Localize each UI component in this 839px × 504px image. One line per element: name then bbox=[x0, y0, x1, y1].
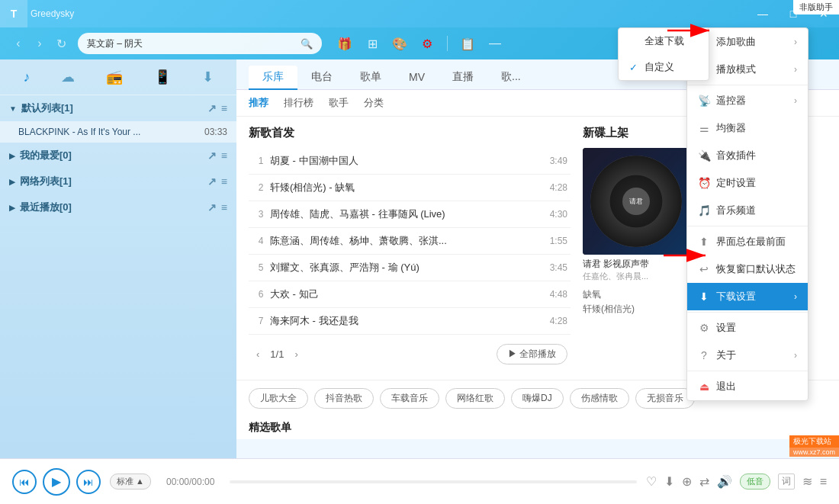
export-icon[interactable]: ↗ bbox=[207, 149, 217, 162]
tab-live[interactable]: 直播 bbox=[439, 66, 487, 90]
next-track-button[interactable]: ⏭ bbox=[76, 470, 101, 494]
menu-item-restore[interactable]: ↩ 恢复窗口默认状态 bbox=[687, 255, 808, 283]
minus-icon[interactable]: — bbox=[484, 33, 506, 54]
sidebar-download-icon[interactable]: ⬇ bbox=[196, 66, 220, 88]
menu-item-download-settings[interactable]: ⬇ 下载设置 › bbox=[687, 283, 808, 310]
section-default-header[interactable]: ▼ 默认列表[1] ↗ ≡ bbox=[0, 95, 236, 121]
menu-item-about[interactable]: ? 关于 › bbox=[687, 342, 808, 369]
list-item[interactable]: 7 海来阿木 - 我还是我 4:28 bbox=[249, 308, 571, 335]
list-item[interactable]: 4 陈意涵、周传雄、杨坤、萧敬腾、张淇... 1:55 bbox=[249, 228, 571, 255]
menu-icon[interactable]: ≡ bbox=[221, 201, 227, 213]
shuffle-icon[interactable]: ⇄ bbox=[699, 474, 709, 489]
list-item[interactable]: 2 轩矮(相信光) - 缺氧 4:28 bbox=[249, 175, 571, 201]
list-item[interactable]: 1 胡夏 - 中国潮中国人 3:49 bbox=[249, 148, 571, 175]
menu-icon[interactable]: ≡ bbox=[221, 175, 227, 188]
menu-label: 设置 bbox=[716, 321, 797, 335]
player-time: 00:00/00:00 bbox=[166, 477, 214, 487]
sidebar-cloud-icon[interactable]: ☁ bbox=[55, 66, 81, 88]
apps-icon[interactable]: ⊞ bbox=[362, 33, 383, 54]
menu-label: 遥控器 bbox=[716, 94, 788, 108]
tab-playlist[interactable]: 歌单 bbox=[346, 66, 395, 90]
back-button[interactable]: ‹ bbox=[8, 33, 29, 54]
sub-tab-artists[interactable]: 歌手 bbox=[329, 95, 349, 111]
player-progress-bar[interactable] bbox=[230, 480, 636, 483]
equalizer-icon[interactable]: ≋ bbox=[802, 474, 812, 489]
menu-label: 关于 bbox=[716, 348, 788, 362]
search-icon[interactable]: 🔍 bbox=[301, 38, 313, 50]
extra-button[interactable]: 非版助手 bbox=[793, 0, 839, 14]
minimize-button[interactable]: — bbox=[747, 0, 778, 27]
low-quality-badge[interactable]: 低音 bbox=[740, 474, 770, 490]
section-favorites-header[interactable]: ▶ 我的最爱[0] ↗ ≡ bbox=[0, 143, 236, 169]
list-item[interactable]: 6 大欢 - 知己 4:48 bbox=[249, 281, 571, 308]
menu-item-equalizer[interactable]: ⚌ 均衡器 bbox=[687, 114, 808, 142]
refresh-button[interactable]: ↻ bbox=[50, 33, 72, 54]
restore-icon: ↩ bbox=[698, 263, 710, 275]
song-name: 大欢 - 知己 bbox=[270, 287, 550, 301]
search-input[interactable] bbox=[87, 38, 301, 49]
tab-radio[interactable]: 电台 bbox=[297, 66, 346, 90]
tab-mv[interactable]: MV bbox=[395, 66, 439, 89]
forward-button[interactable]: › bbox=[29, 33, 50, 54]
scroll-up-icon[interactable]: 📋 bbox=[457, 33, 478, 54]
heart-icon[interactable]: ♡ bbox=[646, 474, 657, 489]
menu-item-music-channel[interactable]: 🎵 音乐频道 bbox=[687, 197, 808, 224]
section-arrow: ▶ bbox=[9, 178, 15, 186]
sidebar-music-icon[interactable]: ♪ bbox=[17, 66, 36, 88]
section-label: 默认列表[1] bbox=[21, 101, 207, 115]
list-item[interactable]: BLACKPINK - As If It's Your ... 03:33 bbox=[0, 121, 236, 143]
genre-tag[interactable]: 网络红歌 bbox=[445, 388, 505, 409]
tab-songs[interactable]: 歌... bbox=[487, 66, 535, 90]
section-network-header[interactable]: ▶ 网络列表[1] ↗ ≡ bbox=[0, 169, 236, 194]
next-page-button[interactable]: › bbox=[290, 347, 302, 361]
album-card[interactable]: 请君 请君 影视原声带 任嘉伦、张冉晨... bbox=[583, 148, 690, 282]
section-label: 网络列表[1] bbox=[20, 175, 207, 188]
quality-badge[interactable]: 标准 ▲ bbox=[110, 474, 151, 490]
menu-icon[interactable]: ≡ bbox=[221, 149, 227, 162]
tab-library[interactable]: 乐库 bbox=[249, 66, 297, 90]
play-all-button[interactable]: ▶ 全部播放 bbox=[497, 344, 567, 364]
sidebar-radio-icon[interactable]: 📻 bbox=[100, 66, 129, 88]
menu-item-settings[interactable]: ⚙ 设置 bbox=[687, 314, 808, 342]
submenu-item-custom[interactable]: ✓ 自定义 bbox=[619, 54, 709, 80]
submenu-item-full-speed[interactable]: 全速下载 bbox=[619, 28, 709, 54]
menu-divider bbox=[687, 85, 808, 85]
play-pause-button[interactable]: ▶ bbox=[43, 468, 70, 496]
sidebar-phone-icon[interactable]: 📱 bbox=[148, 66, 177, 88]
search-box[interactable]: 🔍 bbox=[78, 33, 322, 54]
download-icon[interactable]: ⬇ bbox=[664, 474, 674, 489]
settings-icon[interactable]: ⚙ bbox=[416, 33, 438, 54]
genre-tag[interactable]: 车载音乐 bbox=[380, 388, 439, 409]
section-recent: ▶ 最近播放[0] ↗ ≡ bbox=[0, 194, 236, 220]
genre-tag[interactable]: 儿歌大全 bbox=[249, 388, 308, 409]
genre-tag[interactable]: 伤感情歌 bbox=[570, 388, 629, 409]
list-item[interactable]: 5 刘耀文、张真源、严浩翔 - 瑜 (Yú) 3:45 bbox=[249, 255, 571, 281]
lyrics-icon[interactable]: 词 bbox=[778, 474, 795, 490]
player-progress-wrap[interactable] bbox=[230, 480, 636, 483]
sub-tab-category[interactable]: 分类 bbox=[364, 95, 384, 111]
export-icon[interactable]: ↗ bbox=[207, 102, 217, 114]
menu-item-always-top[interactable]: ⬆ 界面总在最前面 bbox=[687, 228, 808, 255]
genre-tag[interactable]: 抖音热歌 bbox=[314, 388, 374, 409]
menu-item-remote[interactable]: 📡 遥控器 › bbox=[687, 87, 808, 114]
menu-icon[interactable]: ≡ bbox=[221, 102, 227, 114]
volume-icon[interactable]: 🔊 bbox=[717, 474, 732, 489]
export-icon[interactable]: ↗ bbox=[207, 175, 217, 188]
genre-tag[interactable]: 无损音乐 bbox=[635, 388, 695, 409]
menu-item-quit[interactable]: ⏏ 退出 bbox=[687, 373, 808, 400]
plugin-icon: 🔌 bbox=[698, 149, 710, 162]
genre-tag[interactable]: 嗨爆DJ bbox=[511, 388, 564, 409]
menu-item-effects[interactable]: 🔌 音效插件 bbox=[687, 142, 808, 169]
sub-tab-charts[interactable]: 排行榜 bbox=[284, 95, 313, 111]
list-item[interactable]: 3 周传雄、陆虎、马嘉祺 - 往事随风 (Live) 4:30 bbox=[249, 201, 571, 228]
menu-item-timer[interactable]: ⏰ 定时设置 bbox=[687, 169, 808, 197]
prev-track-button[interactable]: ⏮ bbox=[12, 470, 37, 494]
playlist-icon[interactable]: ≡ bbox=[820, 475, 827, 489]
gift-icon[interactable]: 🎁 bbox=[334, 33, 355, 54]
section-recent-header[interactable]: ▶ 最近播放[0] ↗ ≡ bbox=[0, 194, 236, 220]
skin-icon[interactable]: 🎨 bbox=[389, 33, 410, 54]
share-icon[interactable]: ⊕ bbox=[682, 474, 692, 489]
prev-page-button[interactable]: ‹ bbox=[252, 347, 264, 361]
sub-tab-recommend[interactable]: 推荐 bbox=[249, 95, 268, 111]
export-icon[interactable]: ↗ bbox=[207, 201, 217, 213]
